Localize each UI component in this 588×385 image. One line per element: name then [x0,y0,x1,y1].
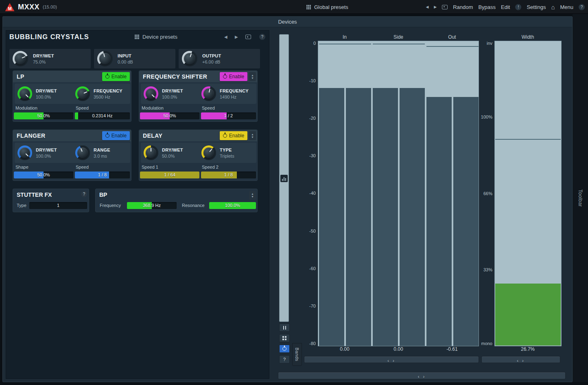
param-slider-frequency[interactable]: 368.9 Hz [127,202,177,209]
meter-value: 26.7% [507,346,548,352]
knob-group-frequency: FREQUENCY3500 Hz [72,84,130,104]
knob-range[interactable] [75,145,90,160]
param-slider-modulation[interactable]: 50.0% [140,112,199,119]
param-label: Resonance [182,203,205,208]
knob-frequency[interactable] [201,86,216,101]
meter-column-label: Out [432,34,472,40]
param-slider-shape[interactable]: 50.0% [14,172,73,178]
next-global-preset-button[interactable]: ▶ [434,5,437,9]
module-flanger: FLANGEREnableDRY/WET100.0%RANGE3.0 msSha… [13,130,131,181]
master-knob-row: DRY/WET75.0%INPUT0.00 dBOUTPUT+6.00 dB [6,47,270,70]
level-bar-side [400,88,425,346]
chevron-up-icon: ▲ [251,133,254,136]
knob-group-dry-wet: DRY/WET100.0% [15,84,72,104]
meter-help-button[interactable]: ? [279,355,290,363]
knob-dry-wet[interactable] [17,86,32,101]
peak-line [373,44,425,44]
preset-image-icon[interactable] [245,35,251,39]
meter-scrollbar[interactable]: ‹ › [304,356,479,363]
reorder-button[interactable]: ▲▼ [249,72,256,81]
width-tick-label: mono [474,341,492,346]
param-slider-resonance[interactable]: 100.0% [209,202,256,209]
knob-value: Triplets [220,154,234,158]
preset-image-icon[interactable] [442,5,448,9]
knob-dry-wet[interactable] [13,51,28,66]
param-slider-speed-1[interactable]: 1 / 64 [140,172,199,178]
db-tick-label: -30 [299,153,316,158]
param-slider-speed-2[interactable]: 1 / 8 [201,172,256,178]
meter-power-button[interactable] [279,345,290,353]
previous-global-preset-button[interactable]: ◀ [426,5,428,9]
enable-label: Enable [229,74,244,79]
random-button[interactable]: Random [453,4,473,10]
previous-device-preset-button[interactable]: ◀ [224,35,227,39]
meter-value: 0.00 [378,346,419,352]
peak-line [495,139,561,140]
reorder-button[interactable]: ▲▼ [249,131,256,140]
width-tick-label: 33% [474,267,492,272]
reorder-button[interactable]: ▲ ▼ [249,191,256,200]
module-header: DELAYEnable▲▼ [139,130,257,141]
enable-button[interactable]: Enable [220,72,247,81]
tab-toolbar[interactable]: Toolbar [577,189,583,207]
device-presets-button[interactable]: Device presets [135,34,177,40]
param-slider-speed[interactable]: 0.2314 Hz [75,112,130,119]
knob-value: 100.0% [36,95,57,99]
pause-button[interactable] [279,323,290,332]
home-icon[interactable]: ⌂ [551,4,555,10]
knob-dry-wet[interactable] [17,145,32,160]
device-presets-label: Device presets [142,34,177,40]
knob-dry-wet[interactable] [144,145,158,160]
knob-frequency[interactable] [75,86,90,101]
knob-label: RANGE [94,147,110,152]
param-label: Speed 1 [142,165,158,169]
bottom-scrollbar[interactable]: ‹ › [278,372,566,379]
width-scrollbar[interactable]: ‹ › [481,356,560,363]
knob-dry-wet[interactable] [144,86,158,101]
type-field[interactable]: 1 [29,202,87,209]
bar-chart-icon [282,179,283,181]
info-icon[interactable]: ! [515,4,521,10]
layout-button[interactable] [279,334,290,342]
pause-icon [283,326,286,330]
chevron-down-icon: ▼ [251,77,254,79]
tab-devices[interactable]: Devices [3,17,572,27]
help-icon[interactable]: ? [579,4,585,10]
knob-label: INPUT [118,53,133,58]
device-name: BUBBLING CRYSTALS [9,33,89,41]
edit-button[interactable]: Edit [501,4,510,10]
bypass-button[interactable]: Bypass [478,4,496,10]
type-label: Type [17,203,26,208]
param-slider-speed[interactable]: 1 / 8 [75,172,130,178]
menu-button[interactable]: Menu [560,4,573,10]
settings-button[interactable]: Settings [527,4,546,10]
module-title: FLANGER [17,132,45,139]
enable-button[interactable]: Enable [102,131,130,140]
width-level-fill [495,284,561,345]
knob-input[interactable] [97,51,113,66]
enable-button[interactable]: Enable [220,131,247,140]
param-value: 1 / 8 [201,172,256,178]
param-slider-speed[interactable]: 1 / 2 [201,112,256,119]
param-label: Speed 2 [202,165,219,169]
help-icon: ? [283,357,286,362]
device-help-icon[interactable]: ? [259,34,265,40]
stutter-help-icon[interactable]: ? [81,191,87,197]
knob-label: OUTPUT [202,53,221,58]
meter-zoom-handle[interactable] [280,175,288,182]
knob-type[interactable] [201,145,216,160]
param-slider-modulation[interactable]: 50.0% [14,112,73,119]
param-value: 50.0% [14,172,73,178]
next-device-preset-button[interactable]: ▶ [235,35,238,39]
global-presets-button[interactable]: Global presets [306,0,348,14]
param-value: 368.9 Hz [127,202,177,209]
master-knob-input: INPUT0.00 dB [94,49,175,68]
knob-output[interactable] [182,51,197,66]
meter-panel: ? Bands InSideOutWidth 0-10-20-30-40-50-… [276,30,570,379]
enable-button[interactable]: Enable [102,72,130,81]
module-frequency-shifter: FREQUENCY SHIFTEREnable▲▼DRY/WET100.0%FR… [139,70,258,122]
knob-strip: DRY/WET100.0%RANGE3.0 ms [15,143,130,163]
db-tick-label: -40 [299,191,316,196]
peak-line [319,44,371,44]
meter-zoom-slider[interactable] [279,34,289,322]
